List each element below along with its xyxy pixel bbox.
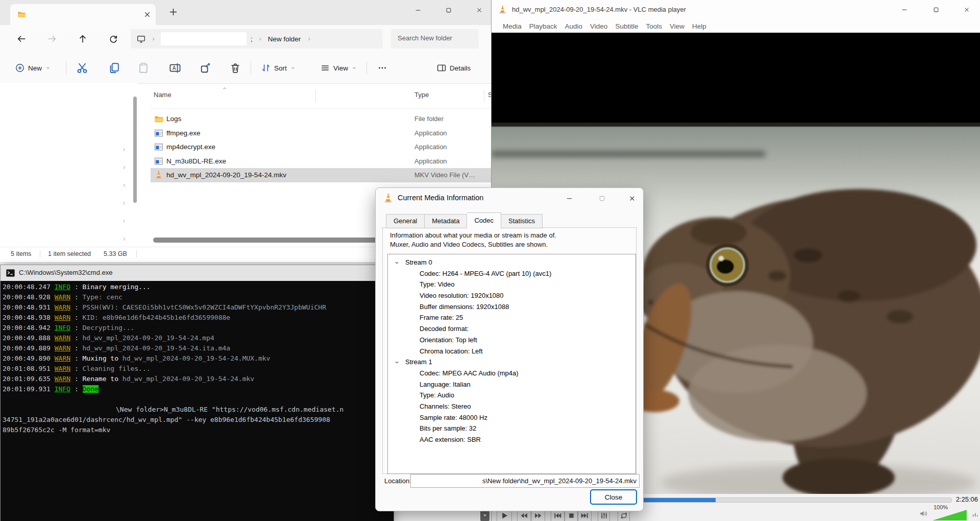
chevron-down-icon — [45, 65, 51, 70]
stream-header-row[interactable]: Stream 1 — [388, 357, 635, 368]
stream-property-row[interactable]: Orientation: Top left — [388, 335, 635, 346]
vlc-menu-subtitle[interactable]: Subtitle — [615, 22, 638, 30]
stream-property: Frame rate: 25 — [420, 312, 463, 323]
close-icon — [476, 7, 483, 14]
stats-bars-icon[interactable] — [972, 510, 979, 517]
column-divider[interactable] — [484, 90, 484, 102]
dialog-close-button[interactable] — [622, 189, 642, 207]
speaker-icon[interactable] — [919, 509, 928, 518]
explorer-close-button[interactable] — [468, 0, 491, 20]
stream-property-row[interactable]: Type: Video — [388, 279, 635, 290]
cut-button[interactable] — [77, 62, 88, 74]
file-row[interactable]: mp4decrypt.exeApplication — [151, 140, 498, 154]
stream-property-row[interactable]: Chroma location: Left — [388, 346, 635, 357]
vlc-menu-tools[interactable]: Tools — [646, 22, 662, 30]
stream-property-row[interactable]: Video resolution: 1920x1080 — [388, 290, 635, 301]
file-row[interactable]: LogsFile folder — [151, 112, 498, 126]
nav-scrollbar[interactable] — [133, 97, 137, 203]
details-pane-button[interactable]: Details — [437, 53, 471, 83]
collapse-chevron-icon[interactable] — [394, 360, 400, 365]
stream-property-row[interactable]: Bits per sample: 32 — [388, 423, 635, 434]
share-button[interactable] — [200, 62, 211, 74]
dialog-tab-statistics[interactable]: Statistics — [501, 214, 543, 228]
refresh-button[interactable] — [105, 31, 121, 47]
stream-property-row[interactable]: Type: Audio — [388, 390, 635, 401]
tree-expand-chevron-icon[interactable] — [121, 165, 127, 170]
sort-ascending-icon — [222, 86, 227, 91]
more-options-button[interactable] — [378, 53, 387, 83]
vlc-menu-playback[interactable]: Playback — [529, 22, 557, 30]
stream-header-row[interactable]: Stream 0 — [388, 257, 635, 268]
dialog-tab-general[interactable]: General — [386, 214, 425, 228]
address-bar[interactable]: ; New folder — [131, 29, 383, 49]
vlc-menu-media[interactable]: Media — [503, 22, 522, 30]
explorer-tab[interactable] — [10, 4, 156, 25]
tree-expand-chevron-icon[interactable] — [121, 201, 127, 206]
forward-button[interactable] — [44, 31, 60, 47]
playback-time: 2:25:06 — [956, 495, 978, 503]
view-list-icon — [321, 63, 330, 73]
file-row[interactable]: N_m3u8DL-RE.exeApplication — [151, 154, 498, 169]
column-divider[interactable] — [315, 90, 316, 102]
vlc-menu-view[interactable]: View — [670, 22, 684, 30]
explorer-minimize-button[interactable] — [406, 0, 430, 20]
vlc-menu-audio[interactable]: Audio — [565, 22, 583, 30]
stream-property-row[interactable]: Buffer dimensions: 1920x1088 — [388, 301, 635, 313]
desktop: hd_wv_mpl_2024-09-20_19-54-24.mkv - VLC … — [0, 0, 980, 521]
column-type[interactable]: Type — [414, 91, 429, 99]
file-row[interactable]: ffmpeg.exeApplication — [151, 126, 498, 140]
delete-button[interactable] — [230, 62, 241, 74]
up-button[interactable] — [75, 31, 91, 47]
dialog-tab-metadata[interactable]: Metadata — [425, 214, 467, 228]
explorer-maximize-button[interactable] — [437, 0, 460, 20]
stream-property-row[interactable]: Codec: MPEG AAC Audio (mp4a) — [388, 368, 635, 379]
vlc-maximize-button[interactable] — [924, 0, 947, 19]
file-row[interactable]: hd_wv_mpl_2024-09-20_19-54-24.mkvMKV Vid… — [151, 168, 498, 182]
vlc-minimize-button[interactable] — [893, 0, 916, 19]
file-type: Application — [414, 154, 447, 169]
new-button[interactable]: New — [15, 53, 51, 83]
svg-text:A: A — [173, 65, 176, 71]
codec-tree[interactable]: Stream 0Codec: H264 - MPEG-4 AVC (part 1… — [387, 254, 636, 474]
stream-property-row[interactable]: Decoded format: — [388, 323, 635, 335]
stream-property-row[interactable]: AAC extension: SBR — [388, 434, 635, 445]
stream-property-row[interactable]: Language: Italian — [388, 379, 635, 390]
stream-property-row[interactable]: Sample rate: 48000 Hz — [388, 412, 635, 423]
close-button[interactable]: Close — [590, 489, 637, 505]
stream-property-row[interactable]: Channels: Stereo — [388, 401, 635, 412]
collapse-chevron-icon[interactable] — [394, 260, 400, 266]
terminal-output[interactable]: 20:00:48.247 INFO : Binary merging...20:… — [1, 281, 394, 521]
cmd-window: C:\Windows\System32\cmd.exe 20:00:48.247… — [0, 265, 394, 521]
copy-button[interactable] — [108, 62, 119, 74]
tree-expand-chevron-icon[interactable] — [121, 236, 127, 242]
vlc-menu-video[interactable]: Video — [590, 22, 607, 30]
paste-button[interactable] — [138, 62, 149, 74]
chevron-down-icon — [290, 65, 296, 70]
breadcrumb[interactable]: New folder — [268, 35, 301, 43]
terminal-log-line: 20:00:48.247 INFO : Binary merging... — [3, 282, 394, 292]
breadcrumb-residue: ; — [251, 35, 253, 43]
stream-property-row[interactable]: Frame rate: 25 — [388, 312, 635, 323]
volume-slider[interactable] — [933, 509, 970, 520]
folder-icon — [17, 10, 26, 18]
sort-button[interactable]: Sort — [261, 53, 296, 83]
vlc-cone-icon — [383, 193, 393, 203]
tree-expand-chevron-icon[interactable] — [121, 219, 127, 224]
dialog-minimize-button[interactable] — [559, 189, 579, 207]
tree-expand-chevron-icon[interactable] — [121, 147, 127, 152]
view-button[interactable]: View — [321, 53, 357, 83]
vlc-close-button[interactable] — [955, 0, 978, 19]
stream-property-row[interactable]: Codec: H264 - MPEG-4 AVC (part 10) (avc1… — [388, 268, 635, 279]
new-tab-button[interactable] — [168, 7, 178, 17]
tab-close-icon[interactable] — [143, 10, 152, 19]
location-field[interactable]: s\New folder\hd_wv_mpl_2024-09-20_19-54-… — [410, 474, 640, 488]
back-button[interactable] — [13, 31, 30, 47]
rename-button[interactable]: A — [169, 62, 181, 74]
search-box[interactable]: Search New folder — [391, 29, 479, 49]
dialog-tab-codec[interactable]: Codec — [467, 212, 501, 229]
terminal-log-line: 20:01:08.951 WARN : Cleaning files... — [3, 364, 394, 374]
tree-expand-chevron-icon[interactable] — [121, 183, 127, 188]
file-list: LogsFile folderffmpeg.exeApplicationmp4d… — [151, 112, 498, 182]
vlc-menu-help[interactable]: Help — [692, 22, 706, 30]
column-name[interactable]: Name — [154, 91, 172, 99]
